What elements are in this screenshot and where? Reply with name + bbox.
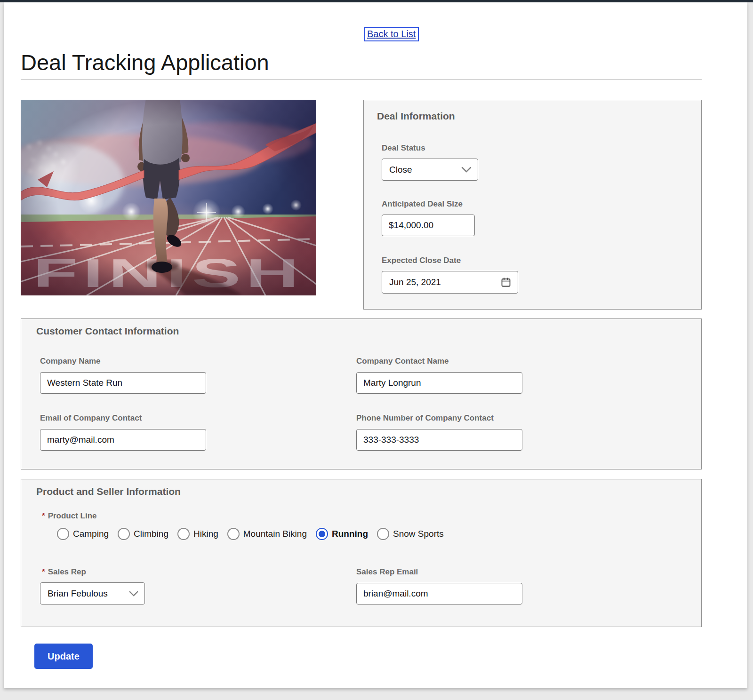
contact-email-label: Email of Company Contact <box>40 414 142 423</box>
sales-rep-value: Brian Febulous <box>48 589 108 599</box>
chevron-down-icon <box>461 167 472 173</box>
title-divider <box>21 80 702 80</box>
back-to-list-link[interactable]: Back to List <box>364 27 419 41</box>
company-name-input[interactable] <box>40 372 206 394</box>
deal-size-label: Anticipated Deal Size <box>382 199 463 209</box>
customer-contact-section: Customer Contact Information Company Nam… <box>21 318 702 469</box>
product-seller-section: Product and Seller Information *Product … <box>21 479 702 627</box>
required-asterisk: * <box>42 567 45 576</box>
radio-camping[interactable]: Camping <box>57 528 109 540</box>
company-name-label: Company Name <box>40 357 100 366</box>
radio-snow-sports[interactable]: Snow Sports <box>377 528 444 540</box>
sales-rep-email-label: Sales Rep Email <box>356 567 418 577</box>
finish-line-photo: FINISH <box>21 100 316 295</box>
close-date-value: Jun 25, 2021 <box>389 277 441 287</box>
sales-rep-select[interactable]: Brian Febulous <box>40 582 145 605</box>
update-button[interactable]: Update <box>34 644 93 669</box>
close-date-input[interactable]: Jun 25, 2021 <box>382 271 518 294</box>
deal-information-panel: Deal Information Deal Status Close Antic… <box>363 100 702 310</box>
product-line-radio-group: Camping Climbing Hiking Mountain Biking … <box>57 528 444 540</box>
radio-circle <box>118 528 130 540</box>
deal-size-input[interactable] <box>382 215 475 236</box>
contact-phone-input[interactable] <box>356 429 522 451</box>
finish-line-illustration: FINISH <box>21 100 316 295</box>
calendar-icon <box>500 277 512 288</box>
deal-status-select[interactable]: Close <box>382 159 478 181</box>
radio-mountain-biking[interactable]: Mountain Biking <box>227 528 307 540</box>
close-date-label: Expected Close Date <box>382 256 461 265</box>
radio-circle <box>377 528 389 540</box>
radio-hiking[interactable]: Hiking <box>177 528 218 540</box>
customer-contact-heading: Customer Contact Information <box>36 326 179 337</box>
radio-running[interactable]: Running <box>316 528 368 540</box>
product-line-label: *Product Line <box>42 511 97 521</box>
required-asterisk: * <box>42 511 45 520</box>
contact-name-label: Company Contact Name <box>356 357 449 366</box>
radio-circle <box>227 528 240 540</box>
contact-phone-label: Phone Number of Company Contact <box>356 414 494 423</box>
sales-rep-email-input[interactable] <box>356 583 522 605</box>
contact-email-input[interactable] <box>40 429 206 451</box>
radio-climbing[interactable]: Climbing <box>118 528 168 540</box>
deal-status-value: Close <box>389 165 412 175</box>
deal-status-label: Deal Status <box>382 143 425 153</box>
sales-rep-label: *Sales Rep <box>42 567 86 577</box>
radio-circle <box>177 528 190 540</box>
deal-information-heading: Deal Information <box>377 111 455 122</box>
contact-name-input[interactable] <box>356 372 522 394</box>
page-title: Deal Tracking Application <box>21 49 269 75</box>
chevron-down-icon <box>129 591 138 597</box>
product-seller-heading: Product and Seller Information <box>36 486 181 497</box>
radio-circle-selected <box>316 528 328 540</box>
radio-circle <box>57 528 69 540</box>
